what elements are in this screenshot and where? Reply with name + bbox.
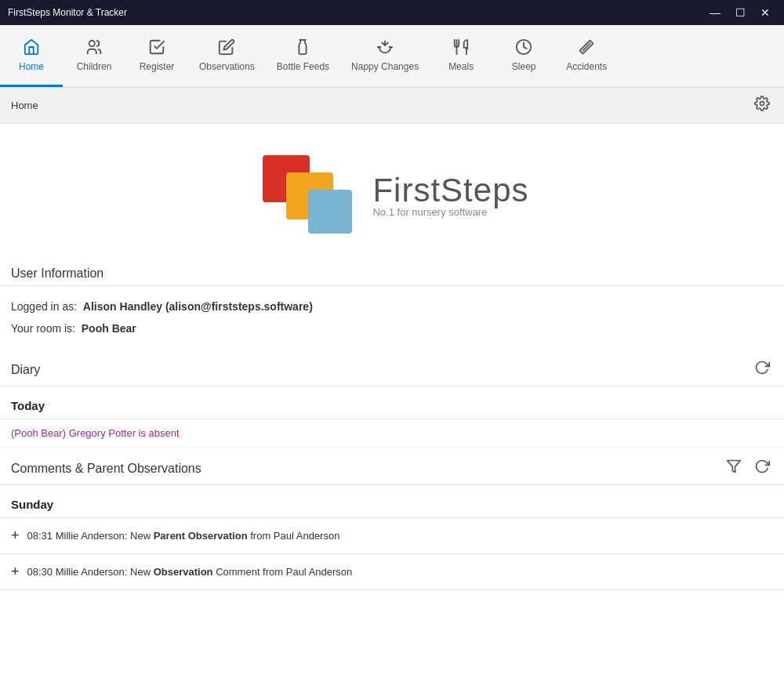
comment-plus-icon-2[interactable]: + (11, 564, 20, 580)
nav-meals-label: Meals (448, 61, 474, 72)
logo-squares (255, 155, 357, 234)
comments-header: Comments & Parent Observations (0, 448, 784, 485)
nav-home-label: Home (19, 61, 44, 72)
comment-entry-2: + 08:30 Millie Anderson: New Observation… (0, 554, 784, 590)
gear-icon (754, 96, 770, 111)
comments-title: Comments & Parent Observations (11, 462, 201, 476)
room-label: Your room is: (11, 322, 75, 335)
comment-text-1: 08:31 Millie Anderson: New Parent Observ… (27, 530, 773, 542)
nav-home[interactable]: Home (0, 25, 63, 87)
comment-name-1: Millie Anderson: New (56, 530, 154, 542)
user-info-block: Logged in as: Alison Handley (alison@fir… (0, 286, 784, 349)
logo-subtitle: No.1 for nursery software (372, 206, 528, 218)
diary-actions (751, 358, 773, 381)
room-name: Pooh Bear (82, 322, 136, 335)
logo-title: FirstSteps (372, 172, 528, 209)
svg-point-3 (760, 102, 764, 106)
settings-button[interactable] (751, 94, 773, 117)
nav-accidents[interactable]: Accidents (555, 25, 618, 87)
comment-time-1: 08:31 (27, 530, 56, 542)
logo-section: FirstSteps No.1 for nursery software (0, 124, 784, 257)
refresh-icon (754, 360, 770, 375)
user-info-title: User Information (11, 267, 103, 281)
nav-accidents-label: Accidents (566, 61, 607, 72)
comment-type-1: Parent Observation (154, 530, 248, 542)
nav-children-label: Children (77, 61, 112, 72)
login-row: Logged in as: Alison Handley (alison@fir… (11, 297, 773, 316)
breadcrumb-text: Home (11, 100, 38, 111)
nav-nappy-changes-label: Nappy Changes (351, 61, 419, 72)
diary-title: Diary (11, 363, 40, 377)
nav-bottle-feeds-label: Bottle Feeds (277, 61, 329, 72)
comment-text-2: 08:30 Millie Anderson: New Observation C… (27, 566, 773, 578)
comment-plus-icon-1[interactable]: + (11, 528, 20, 544)
diary-section: Today (Pooh Bear) Gregory Potter is abse… (0, 393, 784, 448)
nav-sleep-label: Sleep (512, 61, 536, 72)
nav-register-label: Register (140, 61, 175, 72)
comments-refresh-button[interactable] (751, 457, 773, 480)
comment-suffix-1: from Paul Anderson (250, 530, 339, 542)
sleep-icon (515, 38, 532, 58)
diary-refresh-button[interactable] (751, 358, 773, 381)
main-content: FirstSteps No.1 for nursery software Use… (0, 124, 784, 689)
nav-bottle-feeds[interactable]: Bottle Feeds (266, 25, 340, 87)
diary-date: Today (0, 393, 784, 419)
children-icon (85, 38, 103, 58)
comments-date: Sunday (0, 491, 784, 517)
comment-time-2: 08:30 (27, 566, 56, 578)
svg-marker-4 (728, 461, 741, 473)
nav-bar: Home Children Register (0, 25, 784, 88)
comment-type-2: Observation (154, 566, 213, 578)
comment-suffix-2: Comment from Paul Anderson (216, 566, 352, 578)
comment-name-2: Millie Anderson: New (56, 566, 154, 578)
title-bar: FirstSteps Monitor & Tracker — ☐ ✕ (0, 0, 784, 25)
nappy-changes-icon (376, 38, 394, 58)
filter-icon (726, 459, 742, 474)
home-icon (23, 38, 40, 58)
comments-filter-button[interactable] (723, 457, 745, 480)
nav-sleep[interactable]: Sleep (492, 25, 555, 87)
logo-square-blue (308, 190, 352, 234)
user-info-header: User Information (0, 257, 784, 286)
diary-entry: (Pooh Bear) Gregory Potter is absent (0, 419, 784, 448)
bottle-feeds-icon (294, 38, 311, 58)
register-icon (148, 38, 165, 58)
comment-entry-1: + 08:31 Millie Anderson: New Parent Obse… (0, 518, 784, 554)
diary-header: Diary (0, 349, 784, 386)
room-row: Your room is: Pooh Bear (11, 316, 773, 338)
nav-meals[interactable]: Meals (430, 25, 492, 87)
refresh-icon-2 (754, 459, 770, 474)
nav-register[interactable]: Register (125, 25, 188, 87)
comments-actions (723, 457, 773, 480)
svg-point-0 (89, 40, 95, 45)
nav-observations-label: Observations (199, 61, 255, 72)
meals-icon (452, 38, 470, 58)
nav-nappy-changes[interactable]: Nappy Changes (340, 25, 430, 87)
maximize-button[interactable]: ☐ (729, 2, 751, 24)
minimize-button[interactable]: — (704, 2, 726, 24)
window-controls: — ☐ ✕ (704, 2, 776, 24)
logo-text: FirstSteps No.1 for nursery software (372, 172, 528, 218)
nav-observations[interactable]: Observations (188, 25, 266, 87)
close-button[interactable]: ✕ (754, 2, 776, 24)
accidents-icon (578, 38, 595, 58)
login-label: Logged in as: (11, 300, 77, 313)
breadcrumb-bar: Home (0, 88, 784, 124)
login-name: Alison Handley (alison@firststeps.softwa… (83, 300, 313, 313)
app-title: FirstSteps Monitor & Tracker (8, 7, 127, 18)
comments-section: Sunday + 08:31 Millie Anderson: New Pare… (0, 491, 784, 590)
nav-children[interactable]: Children (63, 25, 125, 87)
observations-icon (218, 38, 235, 58)
